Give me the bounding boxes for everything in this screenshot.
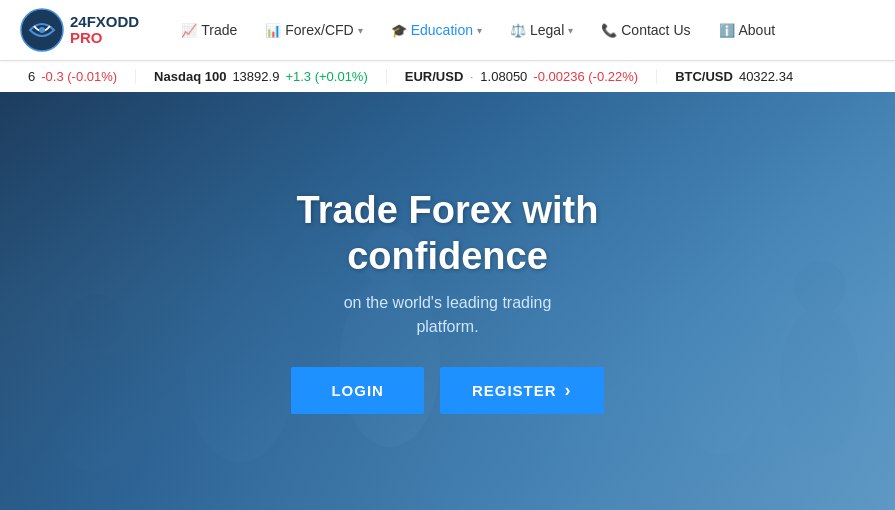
header: 24FXODD PRO 📈 Trade 📊 Forex/CFD ▾ 🎓 Educ… bbox=[0, 0, 895, 60]
register-arrow-icon: › bbox=[565, 380, 572, 401]
education-chevron-icon: ▾ bbox=[477, 25, 482, 36]
main-nav: 📈 Trade 📊 Forex/CFD ▾ 🎓 Education ▾ ⚖️ L… bbox=[169, 14, 875, 46]
legal-chevron-icon: ▾ bbox=[568, 25, 573, 36]
hero-section: Trade Forex with confidence on the world… bbox=[0, 92, 895, 510]
about-icon: ℹ️ bbox=[719, 23, 735, 38]
education-icon: 🎓 bbox=[391, 23, 407, 38]
ticker-item-nasdaq: Nasdaq 100 13892.9 +1.3 (+0.01%) bbox=[136, 69, 387, 84]
logo-top: 24FXODD bbox=[70, 14, 139, 31]
forex-chevron-icon: ▾ bbox=[358, 25, 363, 36]
forex-icon: 📊 bbox=[265, 23, 281, 38]
logo-bottom: PRO bbox=[70, 30, 139, 47]
hero-content: Trade Forex with confidence on the world… bbox=[271, 168, 623, 434]
hero-cta-buttons: LOGIN REGISTER › bbox=[291, 367, 603, 414]
nav-about[interactable]: ℹ️ About bbox=[707, 14, 788, 46]
contact-icon: 📞 bbox=[601, 23, 617, 38]
svg-point-1 bbox=[39, 27, 45, 33]
logo[interactable]: 24FXODD PRO bbox=[20, 8, 139, 52]
trade-icon: 📈 bbox=[181, 23, 197, 38]
ticker-bar: 6 -0.3 (-0.01%) Nasdaq 100 13892.9 +1.3 … bbox=[0, 60, 895, 92]
login-button[interactable]: LOGIN bbox=[291, 367, 424, 414]
nav-legal[interactable]: ⚖️ Legal ▾ bbox=[498, 14, 585, 46]
register-button[interactable]: REGISTER › bbox=[440, 367, 604, 414]
ticker-item-btcusd: BTC/USD 40322.34 bbox=[657, 69, 811, 84]
nav-trade[interactable]: 📈 Trade bbox=[169, 14, 249, 46]
legal-icon: ⚖️ bbox=[510, 23, 526, 38]
ticker-item-0: 6 -0.3 (-0.01%) bbox=[10, 69, 136, 84]
nav-education[interactable]: 🎓 Education ▾ bbox=[379, 14, 494, 46]
hero-title: Trade Forex with confidence bbox=[291, 188, 603, 279]
nav-forex-cfd[interactable]: 📊 Forex/CFD ▾ bbox=[253, 14, 374, 46]
hero-subtitle: on the world's leading tradingplatform. bbox=[291, 291, 603, 339]
nav-contact[interactable]: 📞 Contact Us bbox=[589, 14, 702, 46]
ticker-item-eurusd: EUR/USD · 1.08050 -0.00236 (-0.22%) bbox=[387, 69, 657, 84]
